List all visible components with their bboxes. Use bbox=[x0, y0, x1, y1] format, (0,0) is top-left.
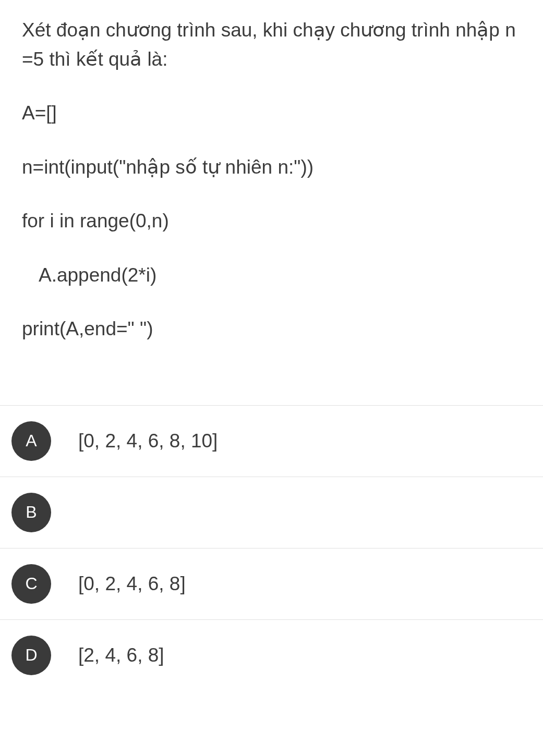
code-line-4: A.append(2*i) bbox=[22, 261, 521, 290]
answer-text-d: [2, 4, 6, 8] bbox=[78, 644, 164, 666]
answer-letter-c: C bbox=[11, 564, 51, 604]
answers-container: A [0, 2, 4, 6, 8, 10] B C [0, 2, 4, 6, 8… bbox=[0, 405, 543, 696]
answer-text-a: [0, 2, 4, 6, 8, 10] bbox=[78, 430, 218, 452]
answer-option-c[interactable]: C [0, 2, 4, 6, 8] bbox=[0, 548, 543, 619]
question-container: Xét đoạn chương trình sau, khi chạy chươ… bbox=[0, 0, 543, 395]
code-line-3: for i in range(0,n) bbox=[22, 206, 521, 236]
answer-option-a[interactable]: A [0, 2, 4, 6, 8, 10] bbox=[0, 405, 543, 477]
code-line-1: A=[] bbox=[22, 99, 521, 128]
answer-letter-b: B bbox=[11, 493, 51, 532]
answer-option-d[interactable]: D [2, 4, 6, 8] bbox=[0, 619, 543, 696]
answer-letter-a: A bbox=[11, 421, 51, 461]
question-prompt: Xét đoạn chương trình sau, khi chạy chươ… bbox=[22, 16, 521, 74]
answer-text-c: [0, 2, 4, 6, 8] bbox=[78, 573, 186, 595]
answer-letter-d: D bbox=[11, 636, 51, 675]
code-line-5: print(A,end=" ") bbox=[22, 314, 521, 344]
answer-option-b[interactable]: B bbox=[0, 477, 543, 548]
code-line-2: n=int(input("nhập số tự nhiên n:")) bbox=[22, 153, 521, 182]
